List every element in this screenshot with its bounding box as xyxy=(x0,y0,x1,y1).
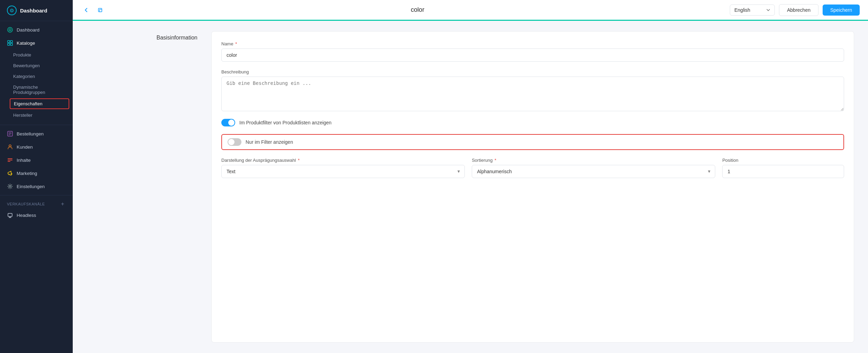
chevron-down-icon xyxy=(766,8,770,12)
darstellung-label: Darstellung der Ausprägungsauswahl * xyxy=(221,158,465,163)
sidebar-sub-item-bewertungen[interactable]: Bewertungen xyxy=(0,60,73,71)
kunden-icon xyxy=(7,144,13,150)
sidebar-logo[interactable]: ⊙ Dashboard xyxy=(0,0,73,21)
topbar-actions: English Abbrechen Speichern xyxy=(730,4,860,16)
svg-point-10 xyxy=(9,145,11,147)
svg-rect-11 xyxy=(8,158,12,159)
form-group-description: Beschreibung xyxy=(221,69,844,111)
filter-toggle[interactable] xyxy=(221,119,235,126)
filter-only-toggle-label: Nur im Filter anzeigen xyxy=(246,139,293,145)
form-panel: Name * Beschreibung Im Produktfilter von… xyxy=(211,31,854,343)
sidebar-item-headless-label: Headless xyxy=(17,213,36,218)
svg-rect-12 xyxy=(8,160,12,160)
sidebar-item-bestellungen-label: Bestellungen xyxy=(17,131,44,136)
marketing-icon xyxy=(7,170,13,176)
save-button[interactable]: Speichern xyxy=(823,5,860,16)
sidebar-item-einstellungen[interactable]: Einstellungen xyxy=(0,180,73,193)
sidebar-item-marketing-label: Marketing xyxy=(17,171,37,176)
description-label: Beschreibung xyxy=(221,69,844,74)
sidebar-sub-item-eigenschaften[interactable]: Eigenschaften xyxy=(10,98,69,109)
svg-rect-4 xyxy=(8,43,10,45)
dashboard-icon xyxy=(7,27,13,33)
svg-point-14 xyxy=(9,186,11,187)
svg-rect-5 xyxy=(10,43,12,45)
sidebar-sub-item-produkte-label: Produkte xyxy=(13,52,31,58)
form-bottom-row: Darstellung der Ausprägungsauswahl * Tex… xyxy=(221,158,844,178)
main-content: color English Abbrechen Speichern Basisi… xyxy=(73,0,868,353)
form-col-sortierung: Sortierung * Alphanumerisch Numerisch Ma… xyxy=(472,158,715,178)
filter-only-toggle[interactable] xyxy=(228,138,241,146)
filter-only-toggle-row: Nur im Filter anzeigen xyxy=(221,134,844,150)
filter-only-toggle-slider xyxy=(228,138,241,146)
sortierung-select-wrapper: Alphanumerisch Numerisch Manuell ▼ xyxy=(472,165,715,178)
description-textarea[interactable] xyxy=(221,77,844,111)
sidebar-item-bestellungen[interactable]: Bestellungen xyxy=(0,127,73,140)
cancel-button[interactable]: Abbrechen xyxy=(779,4,818,16)
section-title: Basisinformation xyxy=(157,35,197,41)
topbar-navigation xyxy=(81,5,105,15)
headless-icon xyxy=(7,212,13,218)
position-label: Position xyxy=(722,158,844,163)
sidebar-sub-item-kategorien[interactable]: Kategorien xyxy=(0,71,73,82)
sidebar-item-inhalte-label: Inhalte xyxy=(17,158,31,163)
left-panel: Basisinformation xyxy=(87,31,197,343)
filter-toggle-row: Im Produktfilter von Produktlisten anzei… xyxy=(221,119,844,126)
add-verkaufskanal-icon[interactable]: + xyxy=(60,201,66,207)
svg-rect-2 xyxy=(8,41,10,43)
sidebar-sub-item-bewertungen-label: Bewertungen xyxy=(13,63,40,68)
form-col-darstellung: Darstellung der Ausprägungsauswahl * Tex… xyxy=(221,158,465,178)
name-label: Name * xyxy=(221,41,844,46)
sidebar-logo-label: Dashboard xyxy=(20,8,47,14)
bestellungen-icon xyxy=(7,131,13,137)
sidebar-divider-2 xyxy=(0,195,73,195)
name-input[interactable] xyxy=(221,48,844,62)
sidebar-item-dashboard-label: Dashboard xyxy=(17,27,39,33)
sidebar-divider-1 xyxy=(0,125,73,125)
logo-icon: ⊙ xyxy=(7,6,17,15)
kataloge-icon xyxy=(7,40,13,46)
sidebar-item-marketing[interactable]: Marketing xyxy=(0,167,73,180)
sortierung-select[interactable]: Alphanumerisch Numerisch Manuell xyxy=(472,165,715,178)
content-area: Basisinformation Name * Beschreibung xyxy=(73,21,868,353)
inhalte-icon xyxy=(7,157,13,163)
svg-rect-17 xyxy=(99,9,102,12)
language-selector[interactable]: English xyxy=(730,5,775,16)
filter-toggle-slider xyxy=(221,119,235,126)
topbar: color English Abbrechen Speichern xyxy=(73,0,868,21)
darstellung-select-wrapper: Text Color Image ▼ xyxy=(221,165,465,178)
sidebar-main-section: Dashboard Kataloge Produkte Bewertungen … xyxy=(0,21,73,123)
sidebar-item-kataloge-label: Kataloge xyxy=(17,41,35,46)
sidebar-verkaufskanaele-label: Verkaufskanäle + xyxy=(0,197,73,209)
sidebar-item-kunden-label: Kunden xyxy=(17,144,33,150)
sidebar-item-kataloge[interactable]: Kataloge xyxy=(0,36,73,50)
sidebar-sub-item-dynamische[interactable]: Dynamische Produktgruppen xyxy=(0,82,73,98)
sidebar-sub-item-dynamische-label: Dynamische Produktgruppen xyxy=(13,85,66,95)
sidebar-item-kunden[interactable]: Kunden xyxy=(0,140,73,153)
svg-point-1 xyxy=(9,29,11,31)
svg-rect-3 xyxy=(10,41,12,43)
sidebar-item-einstellungen-label: Einstellungen xyxy=(17,184,45,189)
darstellung-select[interactable]: Text Color Image xyxy=(221,165,465,178)
sidebar-item-headless[interactable]: Headless xyxy=(0,209,73,222)
sidebar: ⊙ Dashboard Dashboard xyxy=(0,0,73,353)
filter-toggle-label: Im Produktfilter von Produktlisten anzei… xyxy=(239,120,331,125)
sidebar-item-inhalte[interactable]: Inhalte xyxy=(0,153,73,167)
sortierung-label: Sortierung * xyxy=(472,158,715,163)
sidebar-sub-item-hersteller[interactable]: Hersteller xyxy=(0,110,73,121)
sidebar-item-dashboard[interactable]: Dashboard xyxy=(0,23,73,36)
position-input[interactable] xyxy=(722,165,844,178)
back-button[interactable] xyxy=(81,5,91,15)
duplicate-button[interactable] xyxy=(95,5,105,15)
page-title: color xyxy=(111,6,724,14)
form-col-position: Position xyxy=(722,158,844,178)
einstellungen-icon xyxy=(7,183,13,189)
sidebar-sub-item-produkte[interactable]: Produkte xyxy=(0,50,73,60)
language-label: English xyxy=(734,7,750,13)
svg-point-0 xyxy=(8,27,12,32)
svg-rect-15 xyxy=(8,213,12,217)
sidebar-sub-item-kategorien-label: Kategorien xyxy=(13,74,35,79)
form-group-name: Name * xyxy=(221,41,844,62)
sidebar-sub-item-hersteller-label: Hersteller xyxy=(13,113,33,118)
svg-rect-13 xyxy=(8,161,10,162)
sidebar-sub-item-eigenschaften-label: Eigenschaften xyxy=(14,101,42,106)
